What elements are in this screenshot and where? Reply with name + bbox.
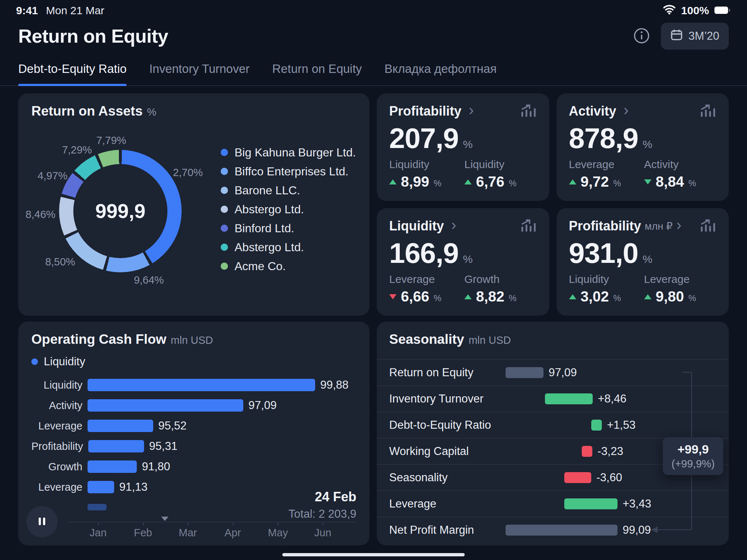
row-value: +3,43 bbox=[623, 497, 651, 510]
submetric-value: 9,72 bbox=[581, 174, 609, 190]
bar-category: Profitability bbox=[31, 440, 83, 452]
arrow-up-icon bbox=[569, 179, 576, 184]
home-indicator[interactable] bbox=[282, 553, 465, 556]
bracket-line bbox=[658, 529, 691, 530]
operating-cash-flow-card: Operating Cash Flow mln USD Liquidity Li… bbox=[18, 322, 369, 545]
tab-return-on-equity[interactable]: Return on Equity bbox=[272, 55, 362, 85]
info-button[interactable] bbox=[633, 27, 650, 45]
bar bbox=[506, 367, 543, 378]
submetric-label: Activity bbox=[644, 158, 717, 171]
waterfall-row[interactable]: Debt-to-Equity Ratio+1,53 bbox=[377, 412, 729, 438]
card-title: Operating Cash Flow bbox=[31, 332, 166, 347]
row-value: -3,60 bbox=[596, 471, 622, 484]
bar bbox=[88, 379, 315, 391]
tab-debt-to-equity-ratio[interactable]: Debt-to-Equity Ratio bbox=[18, 55, 127, 85]
waterfall-row[interactable]: Return on Equity97,09 bbox=[377, 359, 729, 385]
legend-item: Abstergo Ltd. bbox=[221, 238, 356, 257]
row-value: 99,09 bbox=[623, 524, 651, 537]
timeline-month: Apr bbox=[224, 527, 241, 539]
arrow-up-icon bbox=[389, 179, 396, 184]
kpi-submetric: Liquidity 8,99% bbox=[389, 158, 464, 190]
row-label: Return on Equity bbox=[389, 366, 506, 379]
legend-dot bbox=[221, 244, 228, 251]
bracket-arrow-icon bbox=[651, 526, 658, 533]
chart-legend: Liquidity bbox=[31, 355, 85, 368]
legend-item: Barone LLC. bbox=[221, 181, 356, 200]
row-canvas: 99,09 bbox=[506, 517, 716, 543]
submetric-unit: % bbox=[434, 293, 441, 303]
legend-dot bbox=[31, 358, 38, 365]
page-header: Return on Equity 3M’2 bbox=[0, 18, 747, 52]
bar-chart: Liquidity99,88 Activity97,09 Leverage95,… bbox=[31, 375, 356, 497]
bar bbox=[88, 440, 144, 452]
kpi-title: Activity bbox=[569, 104, 616, 119]
legend-name: Barone LLC. bbox=[235, 184, 300, 197]
playback-date: 24 Feb bbox=[289, 489, 356, 505]
kpi-value-unit: % bbox=[463, 253, 473, 265]
card-title: Return on Assets bbox=[31, 104, 143, 119]
submetric-label: Leverage bbox=[644, 273, 717, 285]
row-label: Seasonality bbox=[389, 471, 506, 484]
waterfall-chart: Return on Equity97,09 Inventory Turnover… bbox=[377, 359, 729, 543]
bar-row: Growth91,80 bbox=[31, 456, 356, 477]
tab-inventory-turnover[interactable]: Inventory Turnover bbox=[149, 55, 249, 85]
bar-value: 91,13 bbox=[119, 481, 148, 494]
period-label: 3M’20 bbox=[689, 30, 719, 43]
bar-row: Liquidity99,88 bbox=[31, 375, 356, 395]
pause-button[interactable] bbox=[26, 506, 58, 537]
bar bbox=[88, 399, 243, 412]
bar-row: Leverage95,52 bbox=[31, 416, 356, 436]
row-canvas: +3,43 bbox=[506, 491, 716, 517]
tab-default[interactable]: Вкладка дефолтная bbox=[384, 55, 497, 85]
bar-category: Liquidity bbox=[31, 379, 82, 391]
page-title: Return on Equity bbox=[18, 25, 168, 47]
period-selector-button[interactable]: 3M’20 bbox=[661, 23, 729, 50]
legend-name: Biffco Enterprises Ltd. bbox=[235, 165, 348, 178]
legend-item: Binford Ltd. bbox=[221, 219, 356, 238]
row-value: +8,46 bbox=[598, 392, 626, 405]
bar bbox=[88, 420, 153, 432]
arrow-up-icon bbox=[569, 294, 576, 299]
submetric-label: Growth bbox=[464, 273, 537, 285]
bar-category: Activity bbox=[31, 400, 82, 412]
submetric-value: 8,82 bbox=[476, 288, 504, 305]
submetric-unit: % bbox=[688, 178, 696, 188]
row-canvas: +1,53 bbox=[506, 412, 716, 438]
card-unit: mln USD bbox=[469, 334, 511, 346]
bar bbox=[591, 420, 602, 431]
kpi-card-profitability[interactable]: Profitability › 207,9% Liquidity 8,99% bbox=[377, 93, 549, 201]
submetric-value: 8,99 bbox=[401, 174, 429, 190]
bar-row: Activity97,09 bbox=[31, 395, 356, 416]
status-bar: 9:41 Mon 21 Mar 100% bbox=[0, 0, 747, 18]
kpi-card-activity[interactable]: Activity › 878,9% Leverage 9,72% bbox=[557, 93, 729, 201]
chevron-right-icon: › bbox=[676, 217, 681, 233]
status-time: 9:41 bbox=[16, 4, 38, 17]
submetric-value: 6,76 bbox=[476, 174, 504, 190]
timeline-month: Mar bbox=[179, 527, 197, 539]
kpi-card-liquidity[interactable]: Liquidity › 166,9% Leverage 6,66% bbox=[377, 208, 549, 316]
row-label: Working Capital bbox=[389, 445, 506, 458]
waterfall-row[interactable]: Leverage+3,43 bbox=[377, 490, 729, 517]
waterfall-row[interactable]: Inventory Turnover+8,46 bbox=[377, 385, 729, 412]
row-label: Leverage bbox=[389, 497, 506, 510]
dashboard-grid: Return on Assets % 999,9 2,70% 9,64% 8,5… bbox=[0, 86, 747, 545]
trend-chart-icon bbox=[520, 218, 537, 234]
total-change-badge: +99,9 (+99,9%) bbox=[663, 437, 723, 475]
bar-row: Profitability95,31 bbox=[31, 436, 356, 456]
playback-total: Total: 2 203,9 bbox=[289, 508, 356, 521]
kpi-card-profitability-rub[interactable]: Profitability млн ₽ › 931,0% Liquidity 3… bbox=[557, 208, 729, 316]
seasonality-card: Seasonality mln USD Return on Equity97,0… bbox=[377, 322, 729, 545]
kpi-title: Profitability bbox=[569, 218, 641, 234]
legend-name: Big Kahuna Burger Ltd. bbox=[235, 146, 356, 159]
trend-chart-icon bbox=[700, 218, 716, 234]
legend-dot bbox=[221, 168, 228, 175]
donut-segment-label: 8,50% bbox=[45, 256, 75, 268]
kpi-value: 207,9 bbox=[389, 122, 458, 155]
timeline-scrubber[interactable] bbox=[161, 517, 169, 521]
return-on-assets-card: Return on Assets % 999,9 2,70% 9,64% 8,5… bbox=[18, 93, 369, 316]
bar-category: Growth bbox=[31, 461, 82, 473]
wifi-icon bbox=[663, 4, 676, 17]
kpi-submetric: Liquidity 6,76% bbox=[464, 158, 537, 190]
arrow-up-icon bbox=[644, 294, 651, 299]
row-value: -3,23 bbox=[597, 445, 623, 458]
